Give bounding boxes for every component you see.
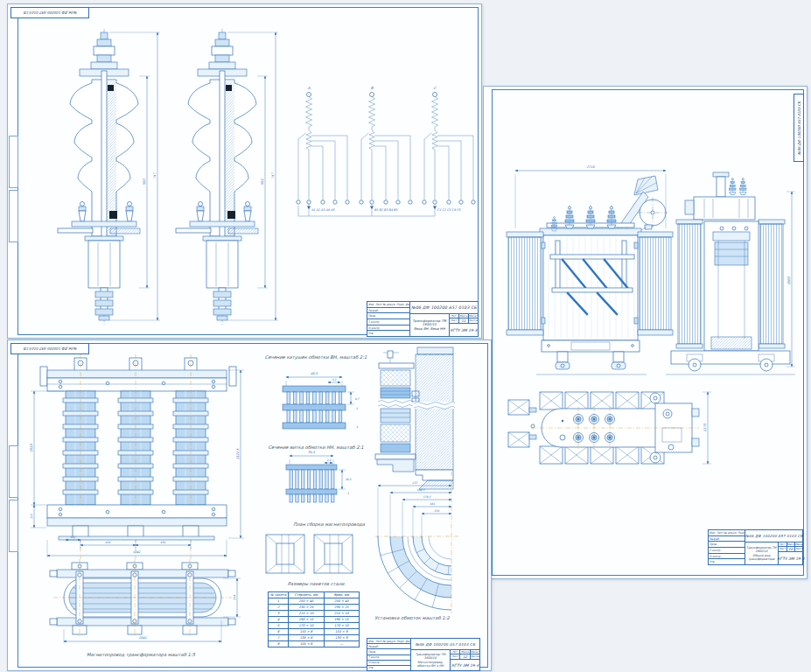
hv-bushing-icon bbox=[565, 206, 574, 228]
title-block-role: Пров. bbox=[367, 313, 409, 319]
table-cell: 170 × 10 bbox=[324, 623, 359, 629]
mass-label: Масса bbox=[459, 314, 469, 318]
table-header-cell: Ярмо, мм bbox=[324, 592, 359, 598]
vn-spacers bbox=[287, 410, 342, 423]
caption-vn-section: Сечение катушек обмотки ВН, маштаб 2:1 bbox=[265, 354, 367, 360]
title-block-signatures: Изм. Лист № докум. Подп. Дата Разраб. Пр… bbox=[367, 302, 410, 336]
title-block-signatures: Изм. Лист № докум. Подп. Дата Разраб. Пр… bbox=[709, 530, 745, 564]
sheet-c-drawing: 1023 200 1122,5 450 450 bbox=[8, 340, 491, 670]
radiator-right bbox=[634, 232, 673, 335]
tank-base bbox=[536, 340, 647, 374]
dimension-label: 747 bbox=[271, 172, 275, 179]
nn-turn-section: Сечение витка обмотки НН, маштаб 2:1 35,… bbox=[268, 444, 363, 502]
organization: КГТУ ЭМ 19-3 bbox=[779, 552, 803, 564]
nn-conductors bbox=[290, 470, 334, 489]
scale-label: Масштаб bbox=[795, 542, 803, 546]
dimension-label: 176,5 bbox=[423, 495, 432, 499]
dimension-label: 502 bbox=[261, 178, 264, 186]
title-block-role: Т.контр. bbox=[367, 319, 409, 326]
title-block-role: Разраб. bbox=[709, 536, 745, 542]
phase-label: В bbox=[371, 86, 374, 90]
bushing-vn-section bbox=[58, 29, 140, 326]
table-cell: 130 × 8 bbox=[324, 635, 359, 641]
title-block-role: Пров. bbox=[709, 542, 745, 548]
dimension-label: 1023 bbox=[30, 444, 33, 452]
dimension-label: 161 bbox=[430, 502, 435, 506]
tap-diagram-phase-b bbox=[360, 93, 412, 214]
title-block: Изм. Лист № докум. Подп. Дата Разраб. Пр… bbox=[708, 529, 803, 565]
table-row: 4190 × 15190 × 15 bbox=[269, 617, 360, 623]
assembly-square bbox=[314, 535, 353, 573]
dimension-label: 40,5 bbox=[311, 372, 318, 375]
phase-label: С bbox=[434, 86, 437, 90]
table-header-cell: Стержень, мм bbox=[289, 592, 324, 598]
drawing-designation: №06 ДФ 100200 А57 0103 СБ bbox=[745, 530, 803, 542]
nn-conductors bbox=[290, 494, 334, 502]
dimension-label: 196,5 bbox=[417, 488, 426, 492]
title-block-role: Утв. bbox=[367, 666, 410, 670]
table-cell: 230 × 25 bbox=[289, 605, 324, 611]
title-block-role: Утв. bbox=[367, 331, 409, 336]
winding-install-section bbox=[375, 347, 455, 489]
table-cell: 155 × 8 bbox=[324, 629, 359, 635]
dimension-label: 1 bbox=[356, 407, 358, 410]
table-cell: 155 × 8 bbox=[289, 629, 324, 635]
mass-label: Масса bbox=[787, 542, 796, 546]
tap-diagram-phase-c bbox=[423, 93, 475, 214]
organization: КГТУ ЭМ 19-3 bbox=[451, 660, 479, 670]
winding-install-arc: 237 196,5 176,5 161 150 Установка обмото… bbox=[374, 472, 459, 620]
sheet-number: 11 bbox=[459, 318, 469, 323]
table-row: 7130 × 8130 × 8 bbox=[269, 635, 360, 641]
assembly-square bbox=[266, 535, 304, 573]
table-cell: 250 × 40 bbox=[324, 598, 359, 605]
lv-bushing-icon bbox=[551, 216, 557, 231]
product-name: Трансформатор ТМ 1600/10 bbox=[412, 653, 449, 661]
drawing-name: Трансформатор ТМ 1600/10 Ввод ВН, Ввод Н… bbox=[410, 314, 450, 336]
table-row: 5170 × 10170 × 10 bbox=[269, 623, 360, 629]
dimension-label: 2060 bbox=[787, 276, 791, 285]
sheet-number: 10 bbox=[787, 547, 796, 551]
sheet-label: Лист bbox=[450, 318, 459, 323]
dimension-label: 2,5 bbox=[327, 458, 332, 462]
sheet-title: Магнитопровод, обмотки ВН и НН bbox=[412, 661, 449, 668]
plan-truss-bottom bbox=[540, 446, 664, 464]
sheet-title: Ввод ВН, Ввод НН bbox=[414, 327, 445, 332]
dimension-label: 16,5 bbox=[346, 478, 353, 481]
sheets-label: Листов bbox=[471, 654, 479, 659]
dimension-label: 4 bbox=[356, 425, 359, 429]
dimension-label: 1170 bbox=[703, 424, 707, 432]
table-cell: 2 bbox=[269, 605, 289, 611]
steel-packet-table: № пакета Стержень, мм Ярмо, мм 1250 × 40… bbox=[268, 592, 360, 648]
dimension-label: 502 bbox=[143, 178, 146, 186]
core-plan-view: 314 1041 Магнитопровод трансформатора ма… bbox=[50, 559, 241, 658]
hv-bushing-icon bbox=[586, 206, 595, 228]
dimension-label: 450 bbox=[160, 541, 166, 544]
vn-spacers bbox=[287, 392, 342, 404]
dimension-label: 2710 bbox=[586, 165, 595, 169]
drawing-name: Трансформатор ТМ 1600/10 Магнитопровод, … bbox=[411, 650, 451, 670]
radiator-left bbox=[507, 232, 545, 335]
dimension-label: 200 bbox=[30, 513, 33, 519]
bushing-nn-section bbox=[176, 29, 258, 326]
tap-diagram-phase-a bbox=[297, 93, 349, 214]
table-cell: 7 bbox=[269, 635, 289, 641]
dimension-label: 450 bbox=[105, 541, 111, 544]
title-block-meta: Лит.МассаМасштаб Лист11Листов КГТУ ЭМ 19… bbox=[450, 314, 478, 336]
title-block-role: Н.контр. bbox=[367, 326, 409, 332]
plan-view: 1170 bbox=[508, 392, 711, 464]
dimension-label: 150 bbox=[434, 509, 440, 513]
table-cell: 230 × 25 bbox=[324, 605, 359, 611]
title-block: Изм. Лист № докум. Подп. Дата Разраб. Пр… bbox=[367, 638, 480, 671]
table-row: 8105 × 6— bbox=[269, 641, 360, 648]
sheet-bushings: №06 ДФ 100200 А57 0103 СБ 502 747 bbox=[7, 4, 482, 339]
table-cell: 5 bbox=[269, 623, 289, 629]
table-cell: 170 × 10 bbox=[289, 623, 324, 629]
table-cell: 190 × 15 bbox=[289, 617, 324, 623]
title-block-role: Т.контр. bbox=[709, 548, 745, 554]
caption-steel-packets: Размеры пакетов стали bbox=[288, 581, 345, 587]
dimension-label: 237 bbox=[412, 481, 418, 485]
title-block-meta: Лит.МассаМасштаб Лист10Листов КГТУ ЭМ 19… bbox=[779, 542, 803, 564]
side-base bbox=[666, 351, 795, 374]
mass-label: Масса bbox=[460, 650, 470, 654]
table-cell: — bbox=[324, 641, 359, 648]
